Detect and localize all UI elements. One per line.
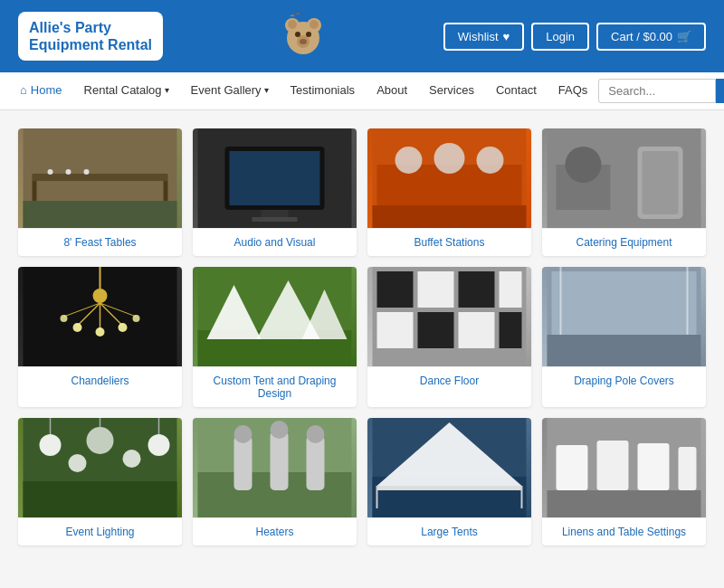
svg-rect-64: [548, 335, 701, 366]
svg-point-26: [477, 147, 504, 174]
catalog-item-image-heaters: [193, 418, 357, 517]
catalog-item-heaters[interactable]: Heaters: [193, 418, 357, 545]
catalog-item-event-lighting[interactable]: Event Lighting: [18, 418, 182, 545]
catalog-item-image-audio-visual: [193, 128, 357, 228]
header-center: [163, 9, 443, 63]
svg-rect-27: [373, 205, 527, 228]
header-actions: Wishlist ♥ Login Cart / $0.00 🛒: [443, 23, 706, 51]
svg-point-8: [300, 39, 307, 44]
catalog-item-label-draping-pole: Draping Pole Covers: [542, 366, 706, 394]
catalog-item-custom-tent[interactable]: Custom Tent and Draping Design: [193, 267, 357, 407]
svg-point-41: [119, 323, 128, 332]
svg-point-6: [295, 32, 300, 37]
nav-testimonials[interactable]: Testimonials: [280, 72, 367, 110]
svg-rect-77: [234, 436, 252, 490]
nav-search-container: 🔍: [598, 79, 724, 103]
wishlist-button[interactable]: Wishlist ♥: [443, 23, 525, 51]
svg-rect-61: [552, 271, 697, 344]
svg-rect-57: [418, 312, 454, 348]
catalog-item-image-feast-tables: [18, 128, 182, 228]
catalog-item-label-dance-floor: Dance Floor: [367, 366, 531, 394]
catalog-item-dance-floor[interactable]: Dance Floor: [367, 267, 531, 407]
svg-point-25: [434, 143, 465, 174]
svg-point-4: [310, 20, 319, 29]
svg-rect-54: [459, 271, 495, 308]
nav-home[interactable]: ⌂ Home: [9, 72, 73, 110]
catalog-item-feast-tables[interactable]: 8' Feast Tables: [18, 128, 182, 256]
svg-point-69: [87, 427, 114, 454]
chevron-down-icon: ▾: [264, 85, 269, 95]
svg-point-68: [69, 454, 87, 472]
catalog-item-image-event-lighting: [18, 418, 182, 517]
nav-event-gallery[interactable]: Event Gallery ▾: [180, 72, 280, 110]
nav-about[interactable]: About: [366, 72, 418, 110]
catalog-item-audio-visual[interactable]: Audio and Visual: [193, 128, 357, 256]
svg-point-15: [84, 169, 90, 175]
cart-button[interactable]: Cart / $0.00 🛒: [596, 23, 706, 51]
catalog-item-label-event-lighting: Event Lighting: [18, 517, 182, 545]
catalog-item-label-feast-tables: 8' Feast Tables: [18, 228, 182, 256]
catalog-item-image-buffet-stations: [367, 128, 531, 228]
catalog-item-image-linens: [542, 418, 706, 517]
catalog-item-image-draping-pole: [542, 267, 706, 366]
svg-point-70: [123, 450, 141, 468]
catalog-item-image-custom-tent: [193, 267, 357, 366]
catalog-item-image-chandeliers: [18, 267, 182, 366]
catalog-item-label-catering-equipment: Catering Equipment: [542, 228, 706, 256]
svg-point-44: [61, 315, 68, 322]
nav-rental-catalog[interactable]: Rental Catalog ▾: [73, 72, 180, 110]
catalog-grid: 8' Feast TablesAudio and VisualBuffet St…: [18, 128, 706, 545]
svg-point-78: [234, 425, 252, 443]
catalog-item-label-large-tents: Large Tents: [367, 517, 531, 545]
svg-point-39: [73, 323, 82, 332]
home-icon: ⌂: [20, 83, 27, 97]
svg-point-82: [307, 425, 325, 443]
chevron-down-icon: ▾: [165, 85, 169, 95]
main-nav: ⌂ Home Rental Catalog ▾ Event Gallery ▾ …: [0, 72, 724, 110]
logo[interactable]: Allie's Party Equipment Rental: [18, 12, 163, 61]
svg-rect-93: [679, 447, 697, 490]
svg-rect-79: [271, 432, 289, 490]
nav-faqs[interactable]: FAQs: [548, 72, 599, 110]
svg-point-35: [93, 289, 108, 303]
svg-rect-66: [24, 481, 177, 517]
svg-rect-55: [500, 271, 522, 308]
logo-text: Allie's Party Equipment Rental: [29, 19, 152, 53]
svg-point-71: [148, 434, 170, 456]
catalog-item-buffet-stations[interactable]: Buffet Stations: [367, 128, 531, 256]
login-button[interactable]: Login: [531, 23, 589, 51]
svg-rect-58: [459, 312, 495, 348]
catalog-item-image-dance-floor: [367, 267, 531, 366]
svg-point-40: [96, 327, 105, 337]
nav-contact[interactable]: Contact: [485, 72, 548, 110]
catalog-item-label-custom-tent: Custom Tent and Draping Design: [193, 366, 357, 407]
svg-rect-10: [33, 174, 168, 181]
svg-rect-86: [377, 486, 522, 490]
svg-rect-19: [230, 151, 320, 205]
cart-icon: 🛒: [677, 30, 691, 43]
svg-rect-53: [418, 271, 454, 308]
search-input[interactable]: [598, 79, 716, 103]
svg-point-13: [48, 169, 53, 175]
svg-rect-16: [24, 201, 177, 228]
catalog-item-chandeliers[interactable]: Chandeliers: [18, 267, 182, 407]
heart-icon: ♥: [503, 30, 510, 43]
svg-point-14: [66, 169, 71, 175]
nav-services[interactable]: Services: [418, 72, 485, 110]
catalog-item-linens[interactable]: Linens and Table Settings: [542, 418, 706, 545]
svg-rect-81: [307, 436, 325, 490]
catalog-item-image-large-tents: [367, 418, 531, 517]
catalog-item-draping-pole[interactable]: Draping Pole Covers: [542, 267, 706, 407]
main-content: 8' Feast TablesAudio and VisualBuffet St…: [0, 110, 724, 564]
svg-rect-21: [252, 217, 298, 222]
catalog-item-label-chandeliers: Chandeliers: [18, 366, 182, 394]
svg-rect-56: [377, 312, 414, 348]
catalog-item-large-tents[interactable]: Large Tents: [367, 418, 531, 545]
svg-point-24: [395, 147, 423, 174]
search-button[interactable]: 🔍: [716, 79, 724, 103]
site-header: Allie's Party Equipment Rental Wishlist …: [0, 0, 724, 72]
svg-point-7: [306, 32, 311, 37]
catalog-item-catering-equipment[interactable]: Catering Equipment: [542, 128, 706, 256]
svg-rect-20: [262, 210, 289, 217]
svg-point-80: [271, 421, 289, 439]
